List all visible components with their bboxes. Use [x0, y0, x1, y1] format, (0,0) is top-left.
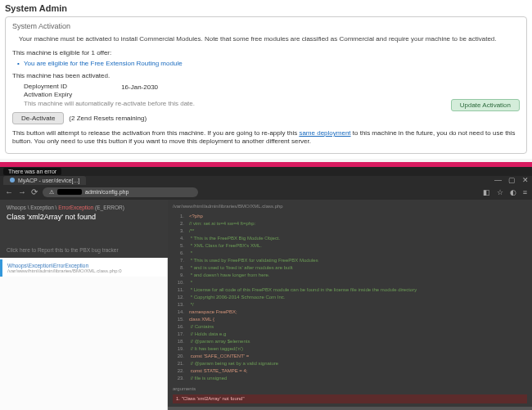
browser-window: There was an error MyACP - user/device[.…: [0, 162, 532, 410]
release-note: This button will attempt to release the …: [12, 126, 520, 146]
activation-card: System Activation Your machine must be a…: [5, 16, 527, 154]
favicon-icon: [10, 178, 15, 182]
address-bar: ← → ⟳ ⚠ admin/config.php ◧ ☆ ◐ ≡: [0, 185, 532, 200]
stack-frames: Whoops\Exception\ErrorException /var/www…: [0, 258, 168, 410]
stack-comment: No comment for this stack frame: [168, 407, 532, 410]
menu-icon[interactable]: ≡: [523, 188, 527, 196]
code-line: 23. // file is unsigned: [173, 375, 527, 382]
error-main: /var/www/html/admin/libraries/BMO/XML.cl…: [168, 200, 532, 410]
code-line: 10. *: [173, 279, 527, 286]
code-line: 7. * This is used by FreePBX for validat…: [173, 257, 527, 264]
code-line: 14.namespace FreePBX;: [173, 309, 527, 316]
activation-expiry-label: Activation Expiry: [24, 91, 72, 98]
ssl-warning-icon: ⚠: [49, 189, 54, 196]
page-title: System Admin: [5, 2, 527, 15]
auto-reactivate-note: This machine will automatically re-activ…: [12, 100, 520, 110]
arguments-label: arguments: [173, 385, 527, 393]
code-line: 1.<?php: [173, 213, 527, 220]
resets-remaining: (2 Zend Resets remaining): [69, 115, 147, 122]
frame-location: /var/www/html/admin/libraries/BMO/XML.cl…: [7, 268, 162, 273]
url-path: admin/config.php: [85, 189, 128, 195]
report-link[interactable]: Click here to Report this to the PBX bug…: [7, 242, 161, 253]
offer-line: This machine is eligible for 1 offer:: [12, 47, 520, 58]
error-sidebar: Whoops \ Exception \ ErrorException (E_E…: [0, 200, 168, 410]
deactivate-button[interactable]: De-Activate: [12, 112, 64, 124]
browser-tab[interactable]: MyACP - user/device[...]: [3, 176, 86, 185]
exception-breadcrumb: Whoops \ Exception \ ErrorException (E_E…: [7, 205, 161, 210]
code-line: 22. const STATE_TAMPE = 4;: [173, 367, 527, 375]
code-line: 20. const 'SAFE_CONTENT' =: [173, 353, 527, 360]
url-field[interactable]: ⚠ admin/config.php: [43, 187, 198, 197]
close-icon[interactable]: ✕: [522, 176, 529, 184]
error-banner: There was an error: [0, 167, 532, 176]
activated-note: This machine has been activated.: [12, 70, 520, 81]
account-icon[interactable]: ◐: [510, 188, 516, 196]
activation-expiry-value: 16-Jan-2030: [121, 83, 158, 91]
error-summary: Whoops \ Exception \ ErrorException (E_E…: [0, 200, 168, 258]
system-admin-panel: System Admin System Activation Your mach…: [0, 0, 532, 159]
error-marker-line: 1. "Class 'xml2Array' not found": [173, 394, 527, 403]
code-line: 17. // Holds data e.g: [173, 331, 527, 338]
maximize-icon[interactable]: ▢: [508, 176, 516, 184]
error-headline: Class 'xml2Array' not found: [7, 210, 161, 223]
code-line: 5. * XML Class for FreePBX's XML.: [173, 242, 527, 250]
url-host-redacted: [57, 189, 82, 195]
extension-icon[interactable]: ◧: [483, 188, 490, 196]
deployment-id-label: Deployment ID: [24, 83, 72, 90]
tab-strip: MyACP - user/device[...] — ▢ ✕: [0, 176, 532, 185]
frame-exception: Whoops\Exception\ErrorException: [7, 263, 162, 268]
code-line: 11. * License for all code of this FreeP…: [173, 286, 527, 294]
stack-frame[interactable]: Whoops\Exception\ErrorException /var/www…: [0, 259, 167, 277]
minimize-icon[interactable]: —: [494, 176, 502, 184]
code-line: 4. * This is the FreePBX Big Module Obje…: [173, 235, 527, 242]
code-file-path: /var/www/html/admin/libraries/BMO/XML.cl…: [173, 203, 527, 210]
code-line: 18. // @param array $elements: [173, 338, 527, 345]
error-banner-text: There was an error: [3, 168, 61, 175]
code-viewer: /var/www/html/admin/libraries/BMO/XML.cl…: [168, 200, 532, 407]
code-line: 2.// vim: set ai ts=4 sw=4 ft=php:: [173, 220, 527, 228]
activation-notice: Your machine must be activated to instal…: [12, 32, 520, 47]
bookmark-icon[interactable]: ☆: [497, 188, 503, 196]
activation-heading: System Activation: [12, 20, 520, 32]
activation-details: Deployment ID Activation Expiry 16-Jan-2…: [12, 81, 520, 100]
code-line: 12. * Copyright 2006-2014 Schmooze Com I…: [173, 294, 527, 301]
code-line: 16. // Contains: [173, 323, 527, 331]
code-line: 21. // @param being set by a valid signa…: [173, 360, 527, 367]
same-deployment-link[interactable]: same deployment: [299, 129, 350, 137]
whoops-error-page: Whoops \ Exception \ ErrorException (E_E…: [0, 200, 532, 410]
code-line: 15.class XML {: [173, 316, 527, 323]
offer-link[interactable]: You are eligible for the Free Extension …: [12, 58, 520, 70]
reload-icon[interactable]: ⟳: [31, 187, 38, 196]
code-line: 19. // It has been tagged('n'): [173, 345, 527, 353]
tab-title: MyACP - user/device[...]: [18, 178, 79, 183]
code-line: 8. * and is used to 'fixed is' after mod…: [173, 264, 527, 272]
code-line: 3./**: [173, 228, 527, 235]
code-line: 13. */: [173, 301, 527, 309]
update-activation-button[interactable]: Update Activation: [451, 99, 520, 111]
code-line: 6. *: [173, 250, 527, 257]
forward-icon[interactable]: →: [18, 187, 26, 196]
code-line: 9. * and doesn't have longer from here.: [173, 272, 527, 279]
back-icon[interactable]: ←: [5, 187, 13, 196]
